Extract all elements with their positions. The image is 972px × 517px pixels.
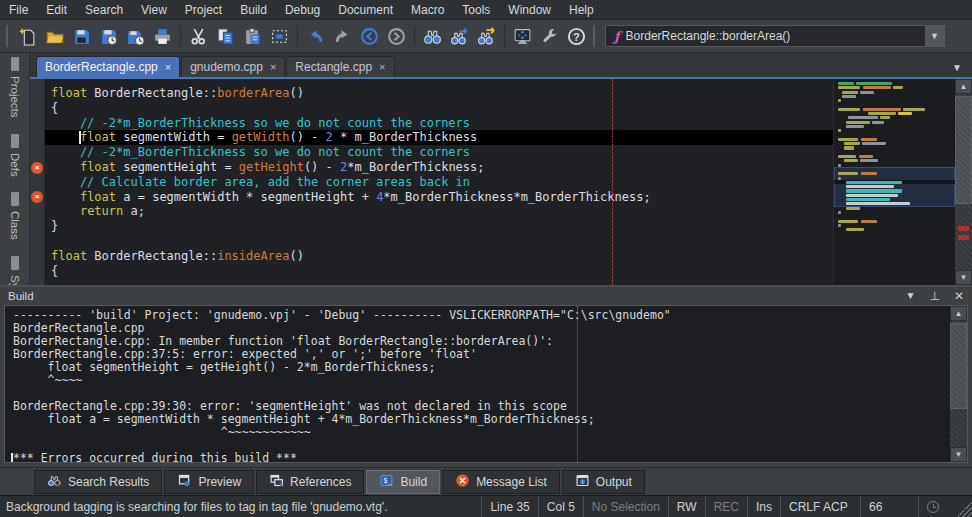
tool-tab-message-list[interactable]: Message List <box>442 470 560 494</box>
tool-tab-references[interactable]: References <box>256 470 364 494</box>
scroll-up-icon[interactable]: ▲ <box>955 79 972 94</box>
status-clock[interactable] <box>918 496 958 517</box>
copy-button[interactable] <box>212 23 239 50</box>
scroll-down-icon[interactable]: ▼ <box>955 270 972 285</box>
print-button[interactable] <box>149 23 176 50</box>
code-editor[interactable]: float BorderRectangle::borderArea(){ // … <box>45 79 833 285</box>
save-button[interactable] <box>68 23 95 50</box>
minimap-segment <box>838 82 854 85</box>
status-bar: Background tagging is searching for file… <box>0 495 972 517</box>
chevron-down-icon[interactable]: ▼ <box>924 26 944 46</box>
toolbar-grip[interactable] <box>6 25 11 47</box>
close-icon[interactable]: ✕ <box>954 290 964 302</box>
tool-tab-preview[interactable]: Preview <box>164 470 254 494</box>
save-all-button[interactable] <box>122 23 149 50</box>
editor-scrollbar[interactable]: ▲ ▼ <box>955 79 972 285</box>
find-in-files-button[interactable] <box>473 23 500 50</box>
new-file-button[interactable] <box>14 23 41 50</box>
resize-grip[interactable] <box>958 496 972 517</box>
build-scroll-up-icon[interactable]: ▲ <box>950 306 967 321</box>
editor-scroll-track[interactable] <box>955 94 972 270</box>
svg-text:i: i <box>582 479 583 484</box>
build-output[interactable]: ---------- 'build' Project: 'gnudemo.vpj… <box>5 306 950 462</box>
panel-menu-dropdown-icon[interactable]: ▼ <box>906 291 916 301</box>
minimap[interactable] <box>833 79 955 285</box>
sidebar-tab-class[interactable]: Class <box>9 192 21 240</box>
options-wrench-button[interactable] <box>536 23 563 50</box>
build-scroll-down-icon[interactable]: ▼ <box>950 447 967 462</box>
tool-tab-search-results[interactable]: Search Results <box>34 470 162 494</box>
document-tab-gnudemo-cpp[interactable]: gnudemo.cpp× <box>181 56 285 77</box>
error-mark-1[interactable] <box>958 226 969 231</box>
menu-item-project[interactable]: Project <box>176 1 231 19</box>
open-file-button[interactable] <box>41 23 68 50</box>
editor-scroll-thumb[interactable] <box>955 96 972 204</box>
save-as-button[interactable] <box>95 23 122 50</box>
redo-button[interactable] <box>329 23 356 50</box>
navigate-forward-button[interactable] <box>383 23 410 50</box>
code-line[interactable]: float a = segmentWidth * segmentHeight +… <box>45 190 833 205</box>
build-scroll-thumb[interactable] <box>950 323 967 409</box>
menu-item-search[interactable]: Search <box>76 1 132 19</box>
menu-item-help[interactable]: Help <box>560 1 603 19</box>
document-tab-rectangle-cpp[interactable]: Rectangle.cpp× <box>286 56 394 77</box>
status-rw[interactable]: RW <box>668 496 705 517</box>
code-line[interactable]: // -2*m_BorderThickness so we do not cou… <box>45 145 833 160</box>
menu-item-view[interactable]: View <box>132 1 176 19</box>
navigate-back-button[interactable] <box>356 23 383 50</box>
code-line[interactable]: // -2*m_BorderThickness so we do not cou… <box>45 116 833 131</box>
undo-button[interactable] <box>302 23 329 50</box>
status-66[interactable]: 66 <box>860 496 918 517</box>
tool-tab-output[interactable]: iOutput <box>562 470 645 494</box>
status-rec[interactable]: REC <box>705 496 747 517</box>
menu-item-document[interactable]: Document <box>329 1 402 19</box>
close-icon[interactable]: × <box>165 61 171 73</box>
code-line[interactable]: float BorderRectangle::insideArea() <box>45 249 833 264</box>
fullscreen-button[interactable] <box>509 23 536 50</box>
pin-icon[interactable]: ⊥ <box>929 290 939 302</box>
code-line[interactable]: { <box>45 101 833 116</box>
error-mark-2[interactable] <box>958 235 969 240</box>
minimap-segment <box>842 95 856 98</box>
build-scroll-track[interactable] <box>950 321 967 447</box>
select-code-block-button[interactable] <box>266 23 293 50</box>
help-button[interactable]: ? <box>563 23 590 50</box>
close-icon[interactable]: × <box>270 61 276 73</box>
status-col-5[interactable]: Col 5 <box>538 496 583 517</box>
menu-item-macro[interactable]: Macro <box>402 1 453 19</box>
status-message: Background tagging is searching for file… <box>0 496 481 517</box>
paste-button[interactable] <box>239 23 266 50</box>
code-line[interactable]: } <box>45 219 833 234</box>
menu-item-debug[interactable]: Debug <box>276 1 329 19</box>
minimap-segment <box>848 116 878 119</box>
code-line[interactable]: float segmentWidth = getWidth() - 2 * m_… <box>45 130 833 145</box>
code-line[interactable]: float BorderRectangle::borderArea() <box>45 86 833 101</box>
sidebar-tab-projects[interactable]: Projects <box>9 57 21 118</box>
menu-item-file[interactable]: File <box>0 1 37 19</box>
symbol-combo[interactable]: ƒ BorderRectangle::borderArea() ▼ <box>605 25 945 47</box>
menu-item-build[interactable]: Build <box>231 1 276 19</box>
tool-tab-build[interactable]: $_Build <box>366 470 440 494</box>
code-line[interactable]: { <box>45 264 833 279</box>
code-line[interactable]: return a; <box>45 204 833 219</box>
status-ins[interactable]: Ins <box>747 496 780 517</box>
tab-list-dropdown-icon[interactable]: ▼ <box>952 62 972 77</box>
status-crlf-acp[interactable]: CRLF ACP <box>780 496 860 517</box>
toolbar-grip-2[interactable] <box>593 25 598 47</box>
code-line[interactable]: // Calculate border area, add the corner… <box>45 175 833 190</box>
status-line-35[interactable]: Line 35 <box>481 496 537 517</box>
status-no-selection[interactable]: No Selection <box>583 496 668 517</box>
find-next-button[interactable] <box>446 23 473 50</box>
menu-item-window[interactable]: Window <box>499 1 560 19</box>
code-line[interactable] <box>45 234 833 249</box>
minimap-segment <box>838 138 858 141</box>
find-button[interactable] <box>419 23 446 50</box>
cut-button[interactable] <box>185 23 212 50</box>
close-icon[interactable]: × <box>379 61 385 73</box>
sidebar-tab-defs[interactable]: Defs <box>9 134 21 177</box>
code-line[interactable]: float segmentHeight = getHeight() - 2*m_… <box>45 160 833 175</box>
build-scrollbar[interactable]: ▲ ▼ <box>950 306 967 462</box>
menu-item-edit[interactable]: Edit <box>37 1 76 19</box>
document-tab-borderrectangle-cpp[interactable]: BorderRectangle.cpp× <box>36 56 180 77</box>
menu-item-tools[interactable]: Tools <box>453 1 499 19</box>
